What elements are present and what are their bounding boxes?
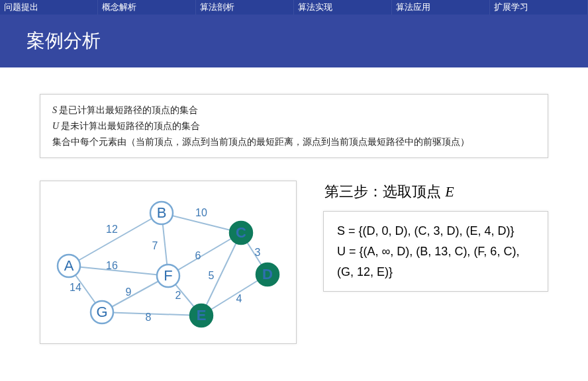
node-label-F: F: [164, 267, 172, 284]
set-u: U = {(A, ∞, D), (B, 13, C), (F, 6, C), (…: [337, 241, 534, 282]
node-label-C: C: [236, 224, 246, 241]
weight-F-G: 9: [126, 286, 132, 298]
graph-box: 1216141073654289ABCDEFG: [40, 181, 297, 344]
nav-item-6[interactable]: 扩展学习: [490, 0, 588, 15]
node-label-A: A: [64, 257, 74, 274]
nav-item-1[interactable]: 问题提出: [0, 0, 98, 15]
set-s: S = {(D, 0, D), (C, 3, D), (E, 4, D)}: [337, 221, 534, 241]
weight-B-F: 7: [152, 240, 158, 251]
top-nav: 问题提出 概念解析 算法剖析 算法实现 算法应用 扩展学习: [0, 0, 588, 15]
def-u-var: U: [52, 121, 61, 131]
def-u-text: 是未计算出最短路径的顶点的集合: [61, 120, 200, 131]
weight-D-E: 4: [236, 293, 242, 304]
graph-diagram: 1216141073654289ABCDEFG: [46, 187, 291, 335]
edge-E-G: [102, 312, 201, 316]
edge-A-F: [69, 266, 168, 276]
nav-item-5[interactable]: 算法应用: [392, 0, 490, 15]
def-line-u: U是未计算出最短路径的顶点的集合: [52, 118, 536, 134]
step-vertex: E: [445, 183, 454, 200]
nav-item-4[interactable]: 算法实现: [294, 0, 392, 15]
def-line-3: 集合中每个元素由（当前顶点，源点到当前顶点的最短距离，源点到当前顶点最短路径中的…: [52, 134, 536, 150]
node-label-D: D: [262, 266, 273, 282]
def-line-s: S是已计算出最短路径的顶点的集合: [52, 103, 536, 118]
node-label-E: E: [197, 307, 207, 323]
weight-C-D: 3: [255, 247, 261, 258]
weight-E-G: 8: [146, 312, 152, 323]
def-s-text: 是已计算出最短路径的顶点的集合: [59, 105, 198, 115]
weight-A-F: 16: [106, 260, 118, 271]
sets-box: S = {(D, 0, D), (C, 3, D), (E, 4, D)} U …: [323, 211, 548, 292]
page-title: 案例分析: [0, 15, 588, 67]
weight-C-E: 5: [209, 270, 215, 281]
weight-B-C: 10: [195, 207, 207, 218]
weight-A-G: 14: [70, 282, 81, 293]
nav-item-2[interactable]: 概念解析: [98, 0, 196, 15]
nav-item-3[interactable]: 算法剖析: [196, 0, 294, 15]
node-label-B: B: [157, 204, 167, 221]
step-header: 第三步：选取顶点 E: [324, 182, 548, 202]
edge-A-B: [69, 213, 162, 266]
weight-C-F: 6: [195, 250, 201, 261]
weight-A-B: 12: [106, 224, 118, 235]
node-label-G: G: [96, 304, 107, 320]
weight-E-F: 2: [175, 290, 181, 301]
step-prefix: 第三步：选取顶点: [324, 183, 445, 200]
definitions-box: S是已计算出最短路径的顶点的集合 U是未计算出最短路径的顶点的集合 集合中每个元…: [40, 94, 548, 158]
def-s-var: S: [52, 105, 59, 115]
